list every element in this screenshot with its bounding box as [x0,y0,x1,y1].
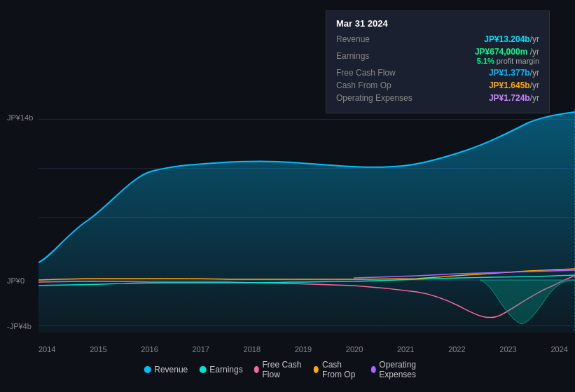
legend-revenue[interactable]: Revenue [144,365,188,374]
tooltip-fcf-value: JP¥1.377b/yr [489,68,539,78]
legend-cashop[interactable]: Cash From Op [314,360,359,379]
tooltip-earnings-label: Earnings [336,51,420,61]
x-axis: 2014 2015 2016 2017 2018 2019 2020 2021 … [39,345,568,354]
x-label-2017: 2017 [192,345,209,354]
tooltip-date: Mar 31 2024 [336,18,539,29]
tooltip-earnings-value: JP¥674,000m [475,47,527,57]
x-label-2023: 2023 [499,345,516,354]
tooltip-box: Mar 31 2024 Revenue JP¥13.204b/yr Earnin… [326,10,550,113]
chart-legend: Revenue Earnings Free Cash Flow Cash Fro… [144,360,431,379]
tooltip-revenue-label: Revenue [336,34,420,44]
legend-dot-revenue [144,366,151,373]
legend-dot-cashop [314,366,319,373]
legend-dot-opex [370,366,375,373]
x-label-2024: 2024 [550,345,567,354]
tooltip-earnings-row: Earnings JP¥674,000m /yr 5.1% profit mar… [336,47,539,65]
tooltip-cashop-label: Cash From Op [336,80,420,90]
x-label-2016: 2016 [141,345,158,354]
legend-fcf[interactable]: Free Cash Flow [254,360,303,379]
y-label-neg4b: -JP¥4b [7,322,32,330]
profit-margin: 5.1% profit margin [475,57,539,65]
x-label-2021: 2021 [397,345,414,354]
x-label-2022: 2022 [448,345,465,354]
y-label-0: JP¥0 [7,276,25,285]
x-label-2014: 2014 [39,345,55,354]
tooltip-cashop-row: Cash From Op JP¥1.645b/yr [336,80,539,90]
x-label-2020: 2020 [346,345,363,354]
legend-label-fcf: Free Cash Flow [262,360,303,379]
tooltip-opex-row: Operating Expenses JP¥1.724b/yr [336,93,539,103]
legend-earnings[interactable]: Earnings [199,365,242,374]
tooltip-opex-value: JP¥1.724b/yr [489,93,539,103]
y-label-14b: JP¥14b [7,113,33,122]
legend-label-cashop: Cash From Op [322,360,360,379]
tooltip-fcf-row: Free Cash Flow JP¥1.377b/yr [336,68,539,78]
x-label-2015: 2015 [90,345,106,354]
tooltip-cashop-value: JP¥1.645b/yr [489,80,539,90]
chart-svg [39,108,575,332]
legend-label-revenue: Revenue [154,365,188,374]
tooltip-opex-label: Operating Expenses [336,93,420,103]
tooltip-fcf-label: Free Cash Flow [336,68,420,78]
tooltip-revenue-value: JP¥13.204b/yr [484,34,539,44]
legend-label-opex: Operating Expenses [379,360,431,379]
x-label-2019: 2019 [295,345,312,354]
legend-label-earnings: Earnings [209,365,242,374]
legend-opex[interactable]: Operating Expenses [370,360,431,379]
x-label-2018: 2018 [244,345,261,354]
legend-dot-fcf [254,366,259,373]
chart-container: Mar 31 2024 Revenue JP¥13.204b/yr Earnin… [0,0,575,392]
legend-dot-earnings [199,366,206,373]
tooltip-revenue-row: Revenue JP¥13.204b/yr [336,34,539,44]
